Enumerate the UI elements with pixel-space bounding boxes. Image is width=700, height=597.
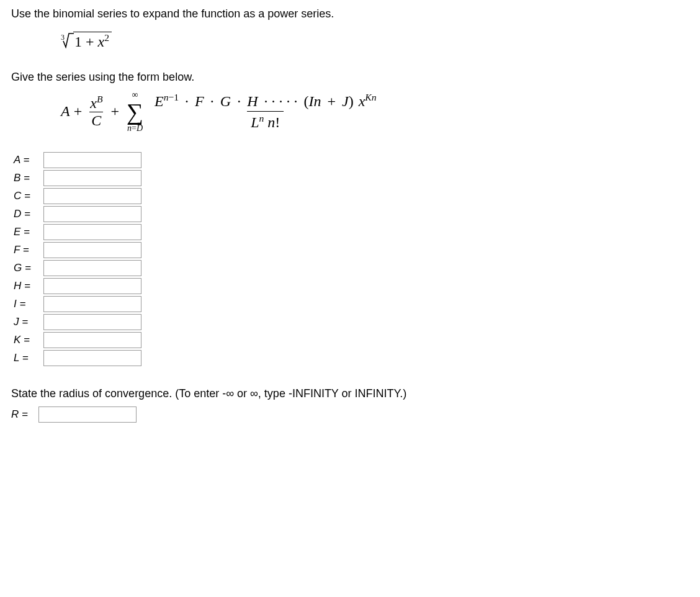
series-expression: A + xB C + ∞ ∑ n=D En−1 · F · G · H · · …: [61, 90, 693, 133]
answer-inputs: A = B = C = D = E = F = G = H = I = J = …: [14, 152, 693, 366]
factorial-icon: !: [275, 114, 280, 130]
term-n: n: [313, 93, 321, 109]
row-H: H =: [14, 278, 693, 294]
row-R: R =: [11, 406, 693, 423]
row-A: A =: [14, 152, 693, 168]
label-C: C =: [14, 190, 43, 202]
term-A: A: [61, 103, 70, 120]
dots-icon: · · · · ·: [264, 93, 297, 109]
label-H: H =: [14, 280, 43, 292]
dot-icon: ·: [210, 93, 214, 109]
row-J: J =: [14, 314, 693, 330]
exp-K: K: [365, 92, 371, 102]
input-F[interactable]: [43, 242, 141, 258]
row-C: C =: [14, 188, 693, 204]
radical-icon: [63, 30, 74, 52]
exp-one: 1: [174, 92, 179, 102]
term-F: F: [195, 93, 204, 109]
radicand-var: x: [98, 34, 105, 50]
term-J: J: [342, 93, 349, 109]
minus-icon: −: [169, 92, 174, 102]
sigma-lower-eq: =: [132, 123, 137, 133]
input-D[interactable]: [43, 206, 141, 222]
label-K: K =: [14, 334, 43, 346]
label-J: J =: [14, 316, 43, 328]
term-G: G: [220, 93, 231, 109]
label-F: F =: [14, 244, 43, 256]
input-R[interactable]: [38, 406, 137, 423]
frac-num-var: x: [90, 95, 97, 111]
sigma-lower-val: D: [137, 123, 143, 133]
input-K[interactable]: [43, 332, 141, 348]
frac-xB-over-C: xB C: [88, 94, 104, 129]
den-L-exp: n: [259, 113, 264, 123]
plus-icon: +: [110, 103, 119, 120]
prompt-expand: Use the binomial series to expand the fu…: [11, 7, 693, 20]
label-A: A =: [14, 154, 43, 166]
input-H[interactable]: [43, 278, 141, 294]
exp-n: n: [164, 92, 169, 102]
rparen: ): [349, 93, 354, 109]
row-B: B =: [14, 170, 693, 186]
term-H: H: [247, 93, 258, 109]
series-general-term: En−1 · F · G · H · · · · · (In + J) xKn …: [151, 91, 380, 132]
plus-icon: +: [327, 93, 336, 109]
input-A[interactable]: [43, 152, 141, 168]
row-D: D =: [14, 206, 693, 222]
row-I: I =: [14, 296, 693, 312]
radius-prompt: State the radius of convergence. (To ent…: [11, 387, 693, 400]
label-B: B =: [14, 172, 43, 184]
exp-n2: n: [372, 92, 377, 102]
input-J[interactable]: [43, 314, 141, 330]
row-L: L =: [14, 350, 693, 366]
row-G: G =: [14, 260, 693, 276]
input-I[interactable]: [43, 296, 141, 312]
row-F: F =: [14, 242, 693, 258]
input-E[interactable]: [43, 224, 141, 240]
term-E: E: [155, 93, 164, 109]
sigma-lower-var: n: [127, 123, 132, 133]
label-E: E =: [14, 226, 43, 238]
dot-icon: ·: [237, 93, 241, 109]
label-I: I =: [14, 298, 43, 310]
frac-num-exp: B: [97, 94, 103, 104]
den-L: L: [251, 114, 259, 130]
label-D: D =: [14, 208, 43, 220]
sigma-icon: ∑: [127, 100, 143, 123]
plus-icon: +: [74, 103, 83, 120]
radicand-prefix: 1 +: [74, 34, 98, 50]
function-expression: 3 1 + x2: [61, 27, 693, 52]
prompt-form: Give the series using the form below.: [11, 71, 693, 84]
summation: ∞ ∑ n=D: [127, 90, 143, 133]
radicand-exp: 2: [104, 32, 109, 43]
den-n: n: [267, 114, 275, 130]
input-B[interactable]: [43, 170, 141, 186]
row-K: K =: [14, 332, 693, 348]
input-L[interactable]: [43, 350, 141, 366]
label-G: G =: [14, 262, 43, 274]
input-C[interactable]: [43, 188, 141, 204]
label-R: R =: [11, 408, 38, 421]
label-L: L =: [14, 352, 43, 364]
input-G[interactable]: [43, 260, 141, 276]
term-x: x: [359, 93, 366, 109]
row-E: E =: [14, 224, 693, 240]
dot-icon: ·: [185, 93, 189, 109]
frac-den: C: [89, 112, 103, 129]
